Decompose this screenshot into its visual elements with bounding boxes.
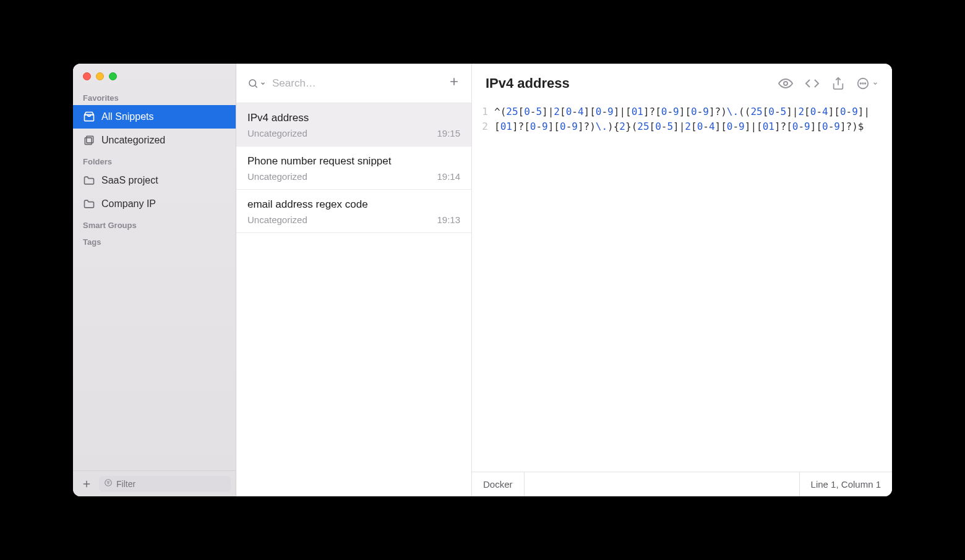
minimize-window-button[interactable] [96,72,104,80]
share-button[interactable] [831,77,845,90]
snippet-list-column: IPv4 addressUncategorized19:15Phone numb… [236,64,472,496]
list-item[interactable]: email address regex codeUncategorized19:… [236,190,471,233]
list-item-category: Uncategorized [247,214,307,225]
list-item[interactable]: IPv4 addressUncategorized19:15 [236,103,471,146]
preview-button[interactable] [778,76,793,91]
sidebar-folder-item[interactable]: Company IP [73,192,236,216]
close-window-button[interactable] [83,72,91,80]
sidebar-folder-item[interactable]: SaaS project [73,169,236,192]
list-item-time: 19:14 [437,171,460,182]
tray-icon [83,111,95,123]
snippet-title[interactable]: IPv4 address [486,75,767,91]
sidebar: Favorites All SnippetsUncategorized Fold… [73,64,236,496]
status-bar: Docker Line 1, Column 1 [472,472,892,496]
folder-icon [83,174,95,187]
code-view-button[interactable] [804,76,820,91]
line-gutter: 12 [472,104,494,472]
code-content[interactable]: ^(25[0-5]|2[0-4][0-9]|[01]?[0-9][0-9]?)\… [494,104,892,472]
search-input[interactable] [272,77,442,90]
svg-point-13 [784,82,787,85]
list-item-time: 19:15 [437,128,460,138]
sidebar-item-label: SaaS project [101,175,158,186]
list-item-category: Uncategorized [247,128,307,138]
sidebar-item-label: Company IP [101,198,156,210]
sidebar-item-all-snippets[interactable]: All Snippets [73,105,236,129]
syntax-mode-button[interactable]: Docker [472,472,525,496]
cursor-position: Line 1, Column 1 [799,472,892,496]
folders-section-label: Folders [73,152,236,169]
tags-section-label: Tags [73,232,236,249]
list-item[interactable]: Phone number request snippetUncategorize… [236,146,471,190]
list-item-title: Phone number request snippet [247,155,460,168]
list-item-title: IPv4 address [247,112,460,124]
stack-icon [83,134,95,146]
folder-icon [83,198,95,210]
snippet-list[interactable]: IPv4 addressUncategorized19:15Phone numb… [236,103,471,496]
search-scope-button[interactable] [247,78,266,89]
list-item-time: 19:13 [437,214,460,225]
add-button[interactable] [78,475,95,493]
list-header [236,64,471,103]
svg-rect-0 [85,115,94,121]
list-item-title: email address regex code [247,198,460,211]
svg-point-17 [862,83,863,83]
code-editor[interactable]: 12 ^(25[0-5]|2[0-4][0-9]|[01]?[0-9][0-9]… [472,103,892,472]
zoom-window-button[interactable] [109,72,117,80]
svg-line-10 [255,85,257,87]
sidebar-item-uncategorized[interactable]: Uncategorized [73,129,236,152]
sidebar-footer [73,470,236,496]
svg-rect-1 [87,136,93,143]
favorites-section-label: Favorites [73,88,236,105]
svg-rect-2 [85,138,92,145]
sidebar-item-label: Uncategorized [101,135,165,146]
filter-input[interactable] [116,479,226,489]
smart-groups-section-label: Smart Groups [73,216,236,232]
filter-field[interactable] [99,476,231,492]
window-controls [73,64,236,88]
svg-point-18 [865,83,865,83]
detail-column: IPv4 address 12 ^(25[0-5]|2[0-4][0-9]|[0… [472,64,892,496]
filter-icon [104,478,113,489]
svg-point-9 [249,80,256,87]
sidebar-item-label: All Snippets [101,111,154,122]
list-item-category: Uncategorized [247,171,307,182]
app-window: Favorites All SnippetsUncategorized Fold… [73,64,892,496]
svg-point-16 [860,83,861,83]
new-snippet-button[interactable] [448,75,460,91]
detail-toolbar: IPv4 address [472,64,892,103]
more-menu-button[interactable] [856,77,878,90]
